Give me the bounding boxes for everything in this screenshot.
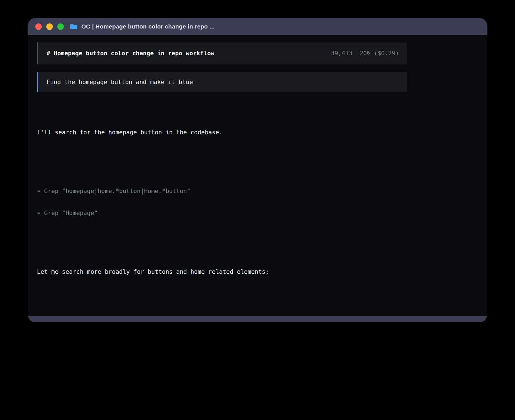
assistant-message: I'll search for the homepage button in t… (37, 114, 407, 151)
window-title: OC | Homepage button color change in rep… (81, 23, 215, 30)
assistant-message: Let me search more broadly for buttons a… (37, 253, 407, 290)
zoom-window-button[interactable] (57, 23, 64, 30)
folder-icon (70, 24, 78, 30)
titlebar: OC | Homepage button color change in rep… (28, 18, 487, 35)
tool-call-line[interactable]: ∗ Grep "homepage|home.*button|Home.*butt… (37, 187, 407, 195)
terminal-window: OC | Homepage button color change in rep… (28, 18, 487, 322)
user-message-text: Find the homepage button and make it blu… (47, 79, 193, 86)
session-stats: 39,413 20% ($0.29) (331, 50, 399, 57)
context-cost: 20% ($0.29) (360, 50, 399, 57)
user-message: Find the homepage button and make it blu… (37, 72, 407, 92)
assistant-text-line: Let me search more broadly for buttons a… (37, 268, 407, 275)
assistant-text-line: I'll search for the homepage button in t… (37, 129, 407, 136)
tool-call-group: ∗ Grep "Home" (18 matches) ∗ Glob "**/*.… (37, 312, 407, 316)
window-bottom-frame (28, 316, 487, 322)
tool-call-group: ∗ Grep "homepage|home.*button|Home.*butt… (37, 173, 407, 231)
tool-call-line[interactable]: ∗ Grep "Homepage" (37, 209, 407, 217)
session-title: # Homepage button color change in repo w… (47, 50, 214, 57)
transcript: I'll search for the homepage button in t… (37, 99, 407, 316)
token-count: 39,413 (331, 50, 352, 57)
close-window-button[interactable] (35, 23, 42, 30)
terminal-content: # Homepage button color change in repo w… (28, 35, 487, 316)
traffic-lights (35, 23, 64, 30)
window-title-group: OC | Homepage button color change in rep… (70, 23, 215, 30)
session-header: # Homepage button color change in repo w… (37, 42, 407, 64)
minimize-window-button[interactable] (46, 23, 53, 30)
